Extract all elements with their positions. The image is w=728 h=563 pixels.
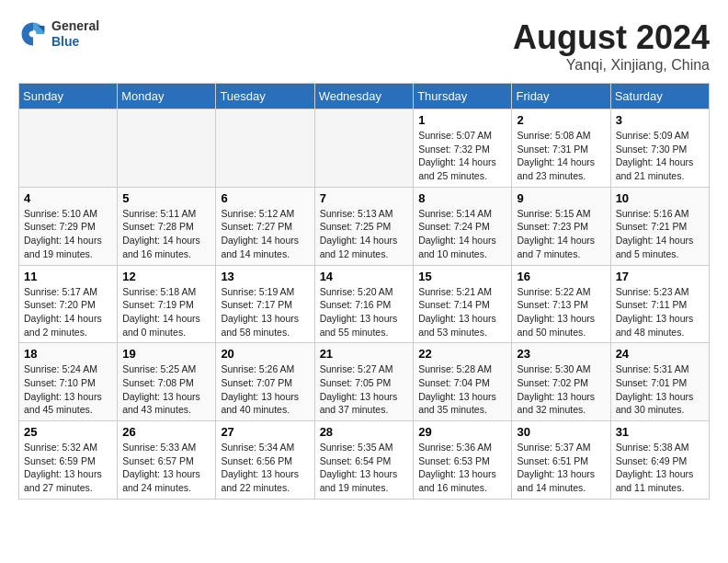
- day-info: Sunrise: 5:38 AMSunset: 6:49 PMDaylight:…: [616, 441, 704, 495]
- calendar-cell: 28Sunrise: 5:35 AMSunset: 6:54 PMDayligh…: [314, 421, 414, 500]
- calendar-cell: 6Sunrise: 5:12 AMSunset: 7:27 PMDaylight…: [216, 187, 314, 265]
- day-info: Sunrise: 5:20 AMSunset: 7:16 PMDaylight:…: [320, 285, 409, 339]
- day-number: 2: [517, 113, 605, 127]
- day-number: 1: [418, 113, 506, 127]
- calendar-week-row: 18Sunrise: 5:24 AMSunset: 7:10 PMDayligh…: [19, 343, 710, 421]
- title-area: August 2024 Yanqi, Xinjiang, China: [513, 18, 710, 74]
- day-number: 23: [517, 347, 605, 361]
- day-number: 4: [24, 191, 112, 205]
- day-number: 18: [24, 347, 112, 361]
- day-number: 27: [221, 425, 309, 439]
- day-info: Sunrise: 5:13 AMSunset: 7:25 PMDaylight:…: [320, 207, 409, 261]
- calendar-cell: 3Sunrise: 5:09 AMSunset: 7:30 PMDaylight…: [610, 109, 709, 188]
- calendar-cell: 11Sunrise: 5:17 AMSunset: 7:20 PMDayligh…: [19, 265, 118, 343]
- calendar-cell: 2Sunrise: 5:08 AMSunset: 7:31 PMDaylight…: [512, 109, 610, 188]
- calendar-cell: [19, 109, 118, 188]
- day-info: Sunrise: 5:30 AMSunset: 7:02 PMDaylight:…: [517, 362, 605, 417]
- day-number: 28: [320, 425, 409, 439]
- month-title: August 2024: [513, 18, 710, 57]
- weekday-header-sunday: Sunday: [19, 84, 118, 109]
- calendar-cell: 15Sunrise: 5:21 AMSunset: 7:14 PMDayligh…: [414, 265, 512, 343]
- day-number: 3: [616, 113, 704, 127]
- day-info: Sunrise: 5:28 AMSunset: 7:04 PMDaylight:…: [418, 362, 506, 417]
- day-info: Sunrise: 5:09 AMSunset: 7:30 PMDaylight:…: [616, 129, 704, 183]
- calendar-cell: 10Sunrise: 5:16 AMSunset: 7:21 PMDayligh…: [610, 187, 709, 265]
- day-info: Sunrise: 5:12 AMSunset: 7:27 PMDaylight:…: [221, 207, 309, 261]
- day-number: 15: [418, 270, 506, 283]
- logo-icon: [18, 19, 48, 49]
- day-number: 26: [122, 425, 210, 439]
- logo-blue-text: Blue: [51, 34, 99, 50]
- calendar-cell: 17Sunrise: 5:23 AMSunset: 7:11 PMDayligh…: [610, 265, 709, 343]
- day-number: 14: [320, 270, 409, 283]
- day-info: Sunrise: 5:27 AMSunset: 7:05 PMDaylight:…: [320, 362, 409, 417]
- day-info: Sunrise: 5:16 AMSunset: 7:21 PMDaylight:…: [616, 207, 704, 261]
- day-number: 5: [122, 191, 210, 205]
- day-number: 7: [320, 191, 409, 205]
- calendar-cell: 16Sunrise: 5:22 AMSunset: 7:13 PMDayligh…: [512, 265, 610, 343]
- day-info: Sunrise: 5:24 AMSunset: 7:10 PMDaylight:…: [24, 362, 112, 417]
- day-info: Sunrise: 5:26 AMSunset: 7:07 PMDaylight:…: [221, 362, 309, 417]
- calendar-week-row: 4Sunrise: 5:10 AMSunset: 7:29 PMDaylight…: [19, 187, 710, 265]
- day-info: Sunrise: 5:10 AMSunset: 7:29 PMDaylight:…: [24, 207, 112, 261]
- calendar-cell: 18Sunrise: 5:24 AMSunset: 7:10 PMDayligh…: [19, 343, 118, 421]
- day-number: 11: [24, 270, 112, 283]
- calendar-cell: 22Sunrise: 5:28 AMSunset: 7:04 PMDayligh…: [414, 343, 512, 421]
- day-number: 12: [122, 270, 210, 283]
- day-number: 19: [122, 347, 210, 361]
- weekday-header-wednesday: Wednesday: [314, 84, 414, 109]
- day-number: 16: [517, 270, 605, 283]
- calendar-week-row: 11Sunrise: 5:17 AMSunset: 7:20 PMDayligh…: [19, 265, 710, 343]
- calendar-cell: 31Sunrise: 5:38 AMSunset: 6:49 PMDayligh…: [610, 421, 709, 500]
- day-number: 31: [616, 425, 704, 439]
- day-number: 17: [616, 270, 704, 283]
- day-info: Sunrise: 5:33 AMSunset: 6:57 PMDaylight:…: [122, 441, 210, 495]
- day-info: Sunrise: 5:18 AMSunset: 7:19 PMDaylight:…: [122, 285, 210, 339]
- calendar-cell: 13Sunrise: 5:19 AMSunset: 7:17 PMDayligh…: [216, 265, 314, 343]
- day-number: 24: [616, 347, 704, 361]
- day-info: Sunrise: 5:08 AMSunset: 7:31 PMDaylight:…: [517, 129, 605, 183]
- calendar-week-row: 1Sunrise: 5:07 AMSunset: 7:32 PMDaylight…: [19, 109, 710, 188]
- calendar-cell: 26Sunrise: 5:33 AMSunset: 6:57 PMDayligh…: [118, 421, 216, 500]
- day-info: Sunrise: 5:31 AMSunset: 7:01 PMDaylight:…: [616, 362, 704, 417]
- calendar-cell: 1Sunrise: 5:07 AMSunset: 7:32 PMDaylight…: [414, 109, 512, 188]
- day-number: 20: [221, 347, 309, 361]
- weekday-header-saturday: Saturday: [610, 84, 709, 109]
- day-number: 25: [24, 425, 112, 439]
- day-info: Sunrise: 5:37 AMSunset: 6:51 PMDaylight:…: [517, 441, 605, 495]
- day-info: Sunrise: 5:25 AMSunset: 7:08 PMDaylight:…: [122, 362, 210, 417]
- logo: General Blue: [18, 18, 99, 50]
- calendar-cell: 21Sunrise: 5:27 AMSunset: 7:05 PMDayligh…: [314, 343, 414, 421]
- calendar-table: SundayMondayTuesdayWednesdayThursdayFrid…: [18, 83, 710, 500]
- calendar-cell: 20Sunrise: 5:26 AMSunset: 7:07 PMDayligh…: [216, 343, 314, 421]
- calendar-cell: [314, 109, 414, 188]
- calendar-cell: 12Sunrise: 5:18 AMSunset: 7:19 PMDayligh…: [118, 265, 216, 343]
- weekday-header-friday: Friday: [512, 84, 610, 109]
- day-info: Sunrise: 5:15 AMSunset: 7:23 PMDaylight:…: [517, 207, 605, 261]
- day-number: 8: [418, 191, 506, 205]
- day-info: Sunrise: 5:19 AMSunset: 7:17 PMDaylight:…: [221, 285, 309, 339]
- day-info: Sunrise: 5:21 AMSunset: 7:14 PMDaylight:…: [418, 285, 506, 339]
- day-info: Sunrise: 5:22 AMSunset: 7:13 PMDaylight:…: [517, 285, 605, 339]
- logo-general-text: General: [51, 18, 99, 34]
- calendar-cell: 25Sunrise: 5:32 AMSunset: 6:59 PMDayligh…: [19, 421, 118, 500]
- day-info: Sunrise: 5:07 AMSunset: 7:32 PMDaylight:…: [418, 129, 506, 183]
- day-info: Sunrise: 5:23 AMSunset: 7:11 PMDaylight:…: [616, 285, 704, 339]
- day-number: 9: [517, 191, 605, 205]
- calendar-cell: 30Sunrise: 5:37 AMSunset: 6:51 PMDayligh…: [512, 421, 610, 500]
- calendar-cell: 8Sunrise: 5:14 AMSunset: 7:24 PMDaylight…: [414, 187, 512, 265]
- calendar-cell: 14Sunrise: 5:20 AMSunset: 7:16 PMDayligh…: [314, 265, 414, 343]
- calendar-cell: 4Sunrise: 5:10 AMSunset: 7:29 PMDaylight…: [19, 187, 118, 265]
- calendar-cell: 29Sunrise: 5:36 AMSunset: 6:53 PMDayligh…: [414, 421, 512, 500]
- weekday-header-thursday: Thursday: [414, 84, 512, 109]
- day-number: 6: [221, 191, 309, 205]
- day-number: 22: [418, 347, 506, 361]
- day-info: Sunrise: 5:17 AMSunset: 7:20 PMDaylight:…: [24, 285, 112, 339]
- calendar-cell: 9Sunrise: 5:15 AMSunset: 7:23 PMDaylight…: [512, 187, 610, 265]
- day-info: Sunrise: 5:34 AMSunset: 6:56 PMDaylight:…: [221, 441, 309, 495]
- day-info: Sunrise: 5:35 AMSunset: 6:54 PMDaylight:…: [320, 441, 409, 495]
- location-text: Yanqi, Xinjiang, China: [513, 57, 710, 74]
- day-info: Sunrise: 5:32 AMSunset: 6:59 PMDaylight:…: [24, 441, 112, 495]
- weekday-header-tuesday: Tuesday: [216, 84, 314, 109]
- day-number: 10: [616, 191, 704, 205]
